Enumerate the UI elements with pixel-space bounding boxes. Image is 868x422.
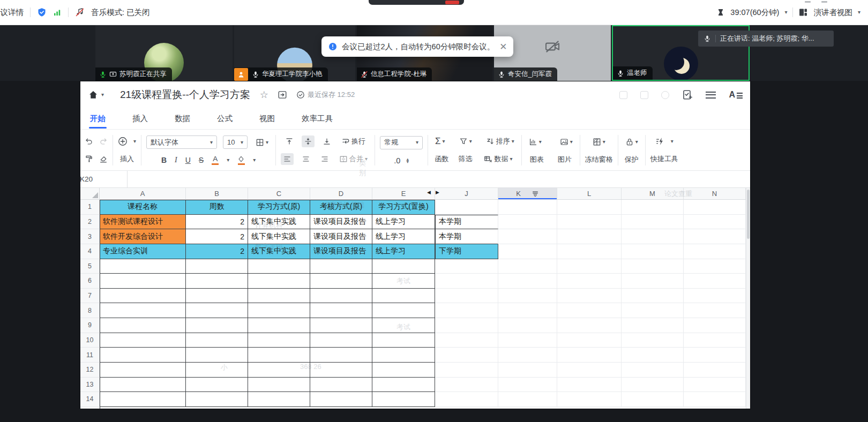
cell-B5[interactable] [186, 259, 248, 274]
cell-N3[interactable] [684, 229, 746, 244]
protect-button[interactable]: ▾ [623, 136, 640, 148]
cell-K2[interactable] [498, 215, 557, 230]
cell-M8[interactable] [622, 303, 684, 318]
cell-E7[interactable] [372, 289, 435, 304]
cell-J7[interactable] [435, 289, 498, 304]
cell-K14[interactable] [498, 392, 557, 407]
valign-top-button[interactable] [283, 135, 296, 147]
cell-D3[interactable]: 课设项目及报告 [310, 229, 372, 244]
music-mode-off-icon[interactable] [75, 7, 85, 17]
cell-D1[interactable]: 考核方式(原) [310, 200, 372, 215]
cell-K1[interactable] [498, 200, 557, 215]
cell-C13[interactable] [248, 378, 310, 393]
banner-close-icon[interactable]: ✕ [499, 42, 507, 51]
merge-cells-button[interactable]: 合并▾ [337, 153, 370, 165]
meeting-details-link[interactable]: 会议详情 [0, 7, 24, 18]
cell-M9[interactable] [622, 318, 684, 333]
cell-A8[interactable] [100, 303, 186, 318]
cell-C10[interactable] [248, 333, 310, 348]
halign-left-button[interactable] [281, 153, 294, 165]
cell-N5[interactable] [684, 259, 746, 274]
cell-J2[interactable]: 本学期 [435, 215, 498, 230]
cell-J11[interactable] [435, 348, 498, 363]
filter-button[interactable]: ▾ [457, 135, 474, 147]
cell-C6[interactable] [248, 274, 310, 289]
cell-N11[interactable] [684, 348, 746, 363]
cell-L7[interactable] [557, 289, 622, 304]
view-layout-icon[interactable] [798, 7, 808, 17]
cell-J10[interactable] [435, 333, 498, 348]
cell-M14[interactable] [622, 392, 684, 407]
cell-K7[interactable] [498, 289, 557, 304]
column-header-A[interactable]: A [100, 188, 186, 199]
cell-N14[interactable] [684, 392, 746, 407]
data-menu-button[interactable]: 数据▾ [482, 153, 514, 165]
halign-right-button[interactable] [318, 153, 331, 165]
cell-C8[interactable] [248, 303, 310, 318]
formula-input[interactable] [128, 171, 750, 187]
row-header-7[interactable]: 7 [80, 289, 100, 304]
row-header-8[interactable]: 8 [80, 303, 100, 318]
row-header-4[interactable]: 4 [80, 244, 100, 259]
cell-K10[interactable] [498, 333, 557, 348]
cell-C2[interactable]: 线下集中实践 [248, 215, 310, 230]
cell-N1[interactable] [684, 200, 746, 215]
cell-K12[interactable] [498, 363, 557, 378]
italic-button[interactable]: I [175, 156, 177, 164]
cell-N10[interactable] [684, 333, 746, 348]
cell-K5[interactable] [498, 259, 557, 274]
cell-E12[interactable] [372, 363, 435, 378]
cell-L11[interactable] [557, 348, 622, 363]
cell-N4[interactable] [684, 244, 746, 259]
vertical-scrollbar[interactable] [746, 188, 750, 409]
cell-E14[interactable] [372, 392, 435, 407]
favorite-star-icon[interactable]: ☆ [260, 90, 268, 100]
share-doc-icon[interactable] [278, 90, 287, 100]
column-header-C[interactable]: C [248, 188, 310, 199]
cell-L4[interactable] [557, 244, 622, 259]
picture-label[interactable]: 图片 [558, 155, 572, 164]
cell-J9[interactable] [435, 318, 498, 333]
reader-mode-icon[interactable]: A [729, 90, 743, 100]
cell-K13[interactable] [498, 378, 557, 393]
select-all-corner[interactable] [80, 188, 100, 199]
bold-button[interactable]: B [161, 156, 167, 164]
cell-N8[interactable] [684, 303, 746, 318]
row-header-3[interactable]: 3 [80, 229, 100, 244]
sum-button[interactable]: Σ▾ [433, 135, 447, 147]
cell-C14[interactable] [248, 392, 310, 407]
cell-D4[interactable]: 课设项目及报告 [310, 244, 372, 259]
cell-A7[interactable] [100, 289, 186, 304]
row-header-13[interactable]: 13 [80, 378, 100, 393]
cell-L9[interactable] [557, 318, 622, 333]
cell-D11[interactable] [310, 348, 372, 363]
column-header-J[interactable]: J [435, 188, 498, 199]
cell-A5[interactable] [100, 259, 186, 274]
cell-A2[interactable]: 软件测试课程设计 [100, 215, 186, 230]
scrollbar-thumb[interactable] [747, 190, 750, 239]
cell-M3[interactable] [622, 229, 684, 244]
cell-A4[interactable]: 专业综合实训 [100, 244, 186, 259]
cell-L14[interactable] [557, 392, 622, 407]
insert-label[interactable]: 插入 [120, 154, 134, 164]
stop-share-button[interactable] [445, 1, 459, 4]
ribbon-tab[interactable]: 开始 [89, 109, 107, 129]
cell-A11[interactable] [100, 348, 186, 363]
cell-M5[interactable] [622, 259, 684, 274]
cell-K8[interactable] [498, 303, 557, 318]
cell-B13[interactable] [186, 378, 248, 393]
ribbon-tab[interactable]: 公式 [216, 109, 234, 129]
column-header-E[interactable]: E [372, 188, 435, 199]
borders-button[interactable]: ▾ [253, 137, 271, 148]
cell-J12[interactable] [435, 363, 498, 378]
cell-K6[interactable] [498, 274, 557, 289]
cell-M4[interactable] [622, 244, 684, 259]
cell-M6[interactable] [622, 274, 684, 289]
row-header-10[interactable]: 10 [80, 333, 100, 348]
row-header-9[interactable]: 9 [80, 318, 100, 333]
cell-N13[interactable] [684, 378, 746, 393]
cell-E1[interactable]: 学习方式(置换) [372, 200, 435, 215]
undo-icon[interactable] [85, 137, 93, 146]
cell-B7[interactable] [186, 289, 248, 304]
sort-button[interactable]: 排序▾ [484, 135, 517, 148]
